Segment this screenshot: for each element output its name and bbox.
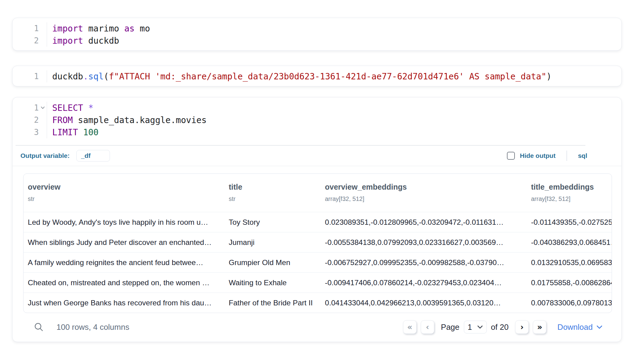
- table-cell: Just when George Banks has recovered fro…: [24, 293, 224, 313]
- gutter-row: 3: [13, 126, 47, 138]
- pagination-controls: « ‹ Page 1 of 20 › »: [403, 320, 602, 334]
- editor-code[interactable]: import marimo as moimport duckdb: [47, 22, 150, 47]
- editor-gutter: 12: [13, 22, 47, 47]
- table-cell: Father of the Bride Part II: [224, 293, 321, 313]
- code-line[interactable]: SELECT *: [52, 102, 207, 114]
- code-token: FROM: [52, 115, 73, 125]
- column-dtype: str: [28, 195, 224, 203]
- code-token: mo: [135, 24, 150, 34]
- gutter-spacer: [39, 114, 47, 126]
- code-token: marimo: [83, 24, 124, 34]
- sql-code-editor[interactable]: 123SELECT *FROM sample_data.kaggle.movie…: [13, 97, 621, 142]
- table-cell: Jumanji: [224, 232, 321, 252]
- editor-code[interactable]: SELECT *FROM sample_data.kaggle.moviesLI…: [47, 102, 207, 138]
- last-page-button[interactable]: »: [533, 320, 546, 334]
- code-token: import: [52, 24, 83, 34]
- table-row[interactable]: Just when George Banks has recovered fro…: [24, 293, 612, 313]
- code-line[interactable]: import duckdb: [52, 35, 150, 47]
- chevron-down-icon: [477, 325, 483, 329]
- result-table: overviewstrtitlestroverview_embeddingsar…: [23, 173, 612, 313]
- hide-output-label[interactable]: Hide output: [520, 152, 556, 159]
- table-cell: When siblings Judy and Peter discover an…: [24, 232, 224, 252]
- code-token: import: [52, 36, 83, 46]
- editor-gutter: 1: [13, 70, 47, 82]
- hide-output-checkbox[interactable]: [507, 152, 515, 160]
- table-cell: Led by Woody, Andy's toys live happily i…: [24, 212, 224, 232]
- editor-code[interactable]: duckdb.sql(f"ATTACH 'md:_share/sample_da…: [47, 70, 551, 82]
- table-cell: Grumpier Old Men: [224, 253, 321, 272]
- next-page-button[interactable]: ›: [515, 320, 529, 334]
- column-name: overview: [28, 182, 224, 192]
- prev-page-button[interactable]: ‹: [421, 320, 434, 334]
- code-token: ): [546, 71, 551, 82]
- code-line[interactable]: import marimo as mo: [52, 22, 150, 35]
- line-number: 2: [34, 115, 39, 125]
- table-row[interactable]: Cheated on, mistreated and stepped on, t…: [24, 272, 612, 293]
- table-row[interactable]: A family wedding reignites the ancient f…: [24, 252, 612, 272]
- page-select[interactable]: 1: [464, 321, 487, 333]
- column-dtype: array[f32, 512]: [531, 195, 612, 203]
- column-header-overview_embeddings[interactable]: overview_embeddingsarray[f32, 512]: [321, 182, 527, 203]
- code-token: [78, 127, 83, 137]
- table-cell: 0.007833006,0.0978013…: [527, 293, 612, 313]
- line-number: 2: [34, 36, 39, 45]
- line-number: 1: [34, 72, 39, 81]
- language-toggle-sql[interactable]: sql: [578, 152, 587, 159]
- table-cell: Cheated on, mistreated and stepped on, t…: [24, 273, 224, 293]
- code-token: 100: [83, 127, 99, 137]
- code-token: f"ATTACH 'md:_share/sample_data/23b0d623…: [109, 71, 546, 82]
- editor-gutter: 123: [13, 102, 47, 138]
- column-header-title_embeddings[interactable]: title_embeddingsarray[f32, 512]: [527, 182, 612, 203]
- code-editor[interactable]: 12import marimo as moimport duckdb: [13, 18, 621, 50]
- code-token: *: [88, 103, 93, 113]
- code-cell-imports: 12import marimo as moimport duckdb: [12, 18, 622, 51]
- gutter-row: 2: [13, 114, 47, 126]
- code-cell-attach: 1duckdb.sql(f"ATTACH 'md:_share/sample_d…: [12, 66, 622, 86]
- code-line[interactable]: FROM sample_data.kaggle.movies: [52, 114, 207, 126]
- line-number: 1: [34, 103, 39, 112]
- output-variable-input[interactable]: [76, 150, 110, 162]
- gutter-row: 2: [13, 35, 47, 47]
- download-label: Download: [557, 322, 593, 332]
- table-row[interactable]: Led by Woody, Andy's toys live happily i…: [24, 212, 612, 232]
- page-select-value: 1: [468, 323, 472, 332]
- code-token: sql: [88, 71, 104, 82]
- column-name: title: [229, 182, 321, 192]
- table-cell: -0.009417406,0.07860214,-0.023279453,0.0…: [321, 273, 527, 293]
- table-cell: Toy Story: [224, 212, 321, 232]
- code-line[interactable]: duckdb.sql(f"ATTACH 'md:_share/sample_da…: [52, 70, 551, 82]
- column-header-overview[interactable]: overviewstr: [24, 182, 224, 203]
- code-token: (: [104, 71, 109, 82]
- gutter-spacer: [39, 35, 47, 47]
- code-token: [83, 103, 88, 113]
- table-row[interactable]: When siblings Judy and Peter discover an…: [24, 232, 612, 252]
- toolbar-right-group: Hide output sql: [507, 151, 587, 161]
- code-editor[interactable]: 1duckdb.sql(f"ATTACH 'md:_share/sample_d…: [13, 66, 621, 86]
- column-header-title[interactable]: titlestr: [224, 182, 321, 203]
- code-token: sample_data.kaggle.movies: [73, 115, 206, 125]
- notebook-page: 12import marimo as moimport duckdb 1duck…: [0, 0, 637, 342]
- output-variable-label: Output variable:: [20, 152, 70, 159]
- code-token: SELECT: [52, 103, 83, 113]
- search-icon[interactable]: [34, 322, 44, 332]
- first-page-button[interactable]: «: [403, 320, 417, 334]
- column-dtype: array[f32, 512]: [325, 195, 527, 203]
- table-cell: -0.0055384138,0.07992093,0.023316627,0.0…: [321, 232, 527, 252]
- column-name: overview_embeddings: [325, 182, 527, 192]
- code-token: duckdb: [83, 36, 119, 46]
- table-cell: A family wedding reignites the ancient f…: [24, 253, 224, 272]
- code-line[interactable]: LIMIT 100: [52, 126, 207, 138]
- gutter-row: 1: [13, 22, 47, 35]
- code-token: LIMIT: [52, 127, 78, 137]
- column-dtype: str: [229, 195, 321, 203]
- code-token: .: [83, 71, 88, 82]
- table-footer: 100 rows, 4 columns « ‹ Page 1 of 20: [34, 313, 602, 342]
- page-label: Page: [441, 322, 460, 332]
- table-cell: 0.0132910535,0.069583…: [527, 253, 612, 272]
- sql-cell-toolbar: Output variable: Hide output sql: [13, 146, 621, 166]
- table-cell: 0.023089351,-0.012809965,-0.03209472,-0.…: [321, 212, 527, 232]
- code-token: as: [124, 24, 135, 34]
- table-cell: -0.011439355,-0.027525…: [527, 212, 612, 232]
- fold-icon[interactable]: [39, 102, 47, 114]
- download-button[interactable]: Download: [557, 322, 602, 332]
